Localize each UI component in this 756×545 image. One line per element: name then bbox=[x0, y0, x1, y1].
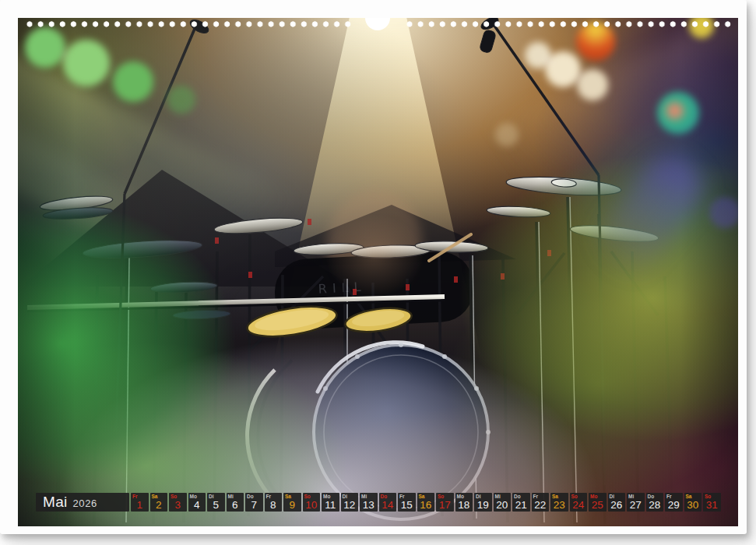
day-number: 10 bbox=[303, 500, 321, 511]
weekday-abbrev: So bbox=[171, 494, 177, 499]
weekday-abbrev: Di bbox=[476, 494, 481, 499]
weekday-abbrev: Di bbox=[610, 494, 615, 499]
bokeh-green-4 bbox=[167, 86, 195, 114]
day-number: 3 bbox=[169, 500, 187, 511]
day-cell: Mo 25 bbox=[589, 493, 607, 512]
weekday-abbrev: Sa bbox=[152, 494, 158, 499]
month-name: Mai bbox=[43, 493, 68, 512]
day-number: 1 bbox=[131, 500, 149, 511]
day-cell: So 17 bbox=[436, 493, 454, 512]
day-number: 4 bbox=[188, 500, 206, 511]
day-number: 25 bbox=[589, 500, 607, 511]
day-cell: Mi 20 bbox=[494, 493, 512, 512]
day-number: 7 bbox=[245, 500, 263, 511]
day-number: 6 bbox=[227, 500, 244, 511]
weekday-abbrev: Fr bbox=[533, 494, 539, 499]
binding-holes-right bbox=[404, 20, 734, 28]
weekday-abbrev: Mi bbox=[495, 494, 501, 499]
bokeh-teal bbox=[657, 92, 699, 134]
day-number: 22 bbox=[532, 500, 550, 511]
day-cell: Do 21 bbox=[512, 493, 530, 512]
day-cell: So 31 bbox=[703, 493, 721, 512]
weekday-abbrev: So bbox=[705, 494, 711, 499]
day-number: 9 bbox=[283, 500, 301, 511]
bokeh-lights bbox=[18, 18, 738, 526]
weekday-abbrev: Fr bbox=[266, 494, 272, 499]
weekday-abbrev: Mo bbox=[590, 494, 597, 499]
binding-holes-left bbox=[24, 20, 353, 28]
day-cell: Mi 27 bbox=[627, 493, 645, 512]
day-number: 20 bbox=[494, 500, 512, 511]
weekday-abbrev: Mo bbox=[323, 494, 330, 499]
day-number: 17 bbox=[436, 500, 454, 511]
day-cell: Fr 8 bbox=[265, 493, 283, 512]
day-cell: Di 12 bbox=[341, 493, 359, 512]
day-number: 16 bbox=[417, 500, 435, 511]
weekday-abbrev: So bbox=[438, 494, 444, 499]
day-cell: Sa 23 bbox=[550, 493, 568, 512]
date-strip-bar: Mai 2026 Fr 1 Sa 2 So 3 Mo 4 Di 5 Mi 6 D… bbox=[36, 493, 721, 512]
weekday-abbrev: So bbox=[304, 494, 311, 499]
stage-photo: RILL bbox=[18, 18, 738, 526]
day-cell: Di 26 bbox=[608, 493, 626, 512]
day-cell: Fr 1 bbox=[131, 493, 149, 512]
bokeh-purple-streak bbox=[583, 145, 714, 287]
weekday-abbrev: Mo bbox=[190, 494, 197, 499]
day-cell: So 10 bbox=[303, 493, 321, 512]
bokeh-white-4 bbox=[495, 123, 519, 146]
weekday-abbrev: Mi bbox=[628, 494, 634, 499]
day-number: 18 bbox=[455, 500, 473, 511]
bokeh-green-2 bbox=[63, 40, 110, 86]
weekday-abbrev: Mi bbox=[228, 494, 234, 499]
day-cell: Sa 9 bbox=[283, 493, 301, 512]
day-cell: Mo 11 bbox=[322, 493, 339, 512]
day-number: 28 bbox=[646, 500, 664, 511]
weekday-abbrev: Do bbox=[514, 494, 521, 499]
day-number: 15 bbox=[398, 500, 416, 511]
weekday-abbrev: Sa bbox=[686, 494, 692, 499]
day-cell: Di 19 bbox=[474, 493, 492, 512]
day-cell: Sa 16 bbox=[417, 493, 435, 512]
weekday-abbrev: Di bbox=[343, 494, 348, 499]
weekday-abbrev: Fr bbox=[132, 494, 138, 499]
weekday-abbrev: Di bbox=[209, 494, 214, 499]
day-number: 8 bbox=[265, 500, 283, 511]
day-cell: So 24 bbox=[570, 493, 588, 512]
day-cell: Do 7 bbox=[245, 493, 263, 512]
day-number: 12 bbox=[341, 500, 359, 511]
year-label: 2026 bbox=[73, 498, 97, 509]
weekday-abbrev: Mo bbox=[457, 494, 464, 499]
day-cell: Mo 18 bbox=[455, 493, 473, 512]
day-number: 14 bbox=[379, 500, 397, 511]
day-cell: Mo 4 bbox=[188, 493, 206, 512]
day-cell: Do 14 bbox=[379, 493, 397, 512]
calendar-product-image[interactable]: RILL bbox=[0, 0, 756, 545]
weekday-abbrev: Fr bbox=[666, 494, 672, 499]
day-cell: Di 5 bbox=[207, 493, 225, 512]
day-number: 24 bbox=[570, 500, 588, 511]
weekday-abbrev: So bbox=[571, 494, 578, 499]
bokeh-green-3 bbox=[113, 62, 153, 102]
weekday-abbrev: Do bbox=[381, 494, 388, 499]
day-number: 19 bbox=[474, 500, 492, 511]
weekday-abbrev: Sa bbox=[285, 494, 291, 499]
day-number: 11 bbox=[322, 500, 339, 511]
day-number: 30 bbox=[684, 500, 702, 511]
date-strip: Fr 1 Sa 2 So 3 Mo 4 Di 5 Mi 6 Do 7 Fr 8 … bbox=[131, 493, 721, 512]
bokeh-white-2 bbox=[545, 51, 581, 87]
day-cell: Fr 15 bbox=[398, 493, 416, 512]
day-number: 2 bbox=[150, 500, 168, 511]
day-cell: Fr 22 bbox=[532, 493, 550, 512]
calendar-sheet: RILL bbox=[0, 0, 747, 534]
weekday-abbrev: Sa bbox=[419, 494, 425, 499]
day-number: 27 bbox=[627, 500, 645, 511]
day-cell: Mi 13 bbox=[360, 493, 378, 512]
weekday-abbrev: Do bbox=[247, 494, 254, 499]
day-number: 29 bbox=[665, 500, 683, 511]
bokeh-green-1 bbox=[25, 27, 65, 68]
day-number: 5 bbox=[207, 500, 225, 511]
day-cell: Sa 30 bbox=[684, 493, 702, 512]
day-cell: Do 28 bbox=[646, 493, 664, 512]
weekday-abbrev: Mi bbox=[361, 494, 367, 499]
bokeh-white-3 bbox=[577, 69, 608, 100]
